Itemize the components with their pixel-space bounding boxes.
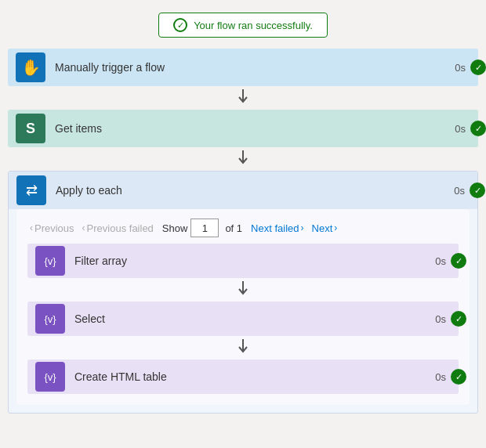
trigger-duration: 0s	[455, 62, 466, 74]
step-block-getitems[interactable]: S Get items 0s ✓	[8, 110, 478, 147]
next-failed-button[interactable]: Next failed ›	[248, 221, 306, 236]
next-label: Next	[312, 222, 333, 234]
html-label: Create HTML table	[74, 370, 435, 383]
select-label: Select	[74, 313, 435, 325]
success-icon: ✓	[173, 18, 187, 32]
step-row-getitems: S Get items 0s ✓	[8, 110, 478, 147]
prev-failed-chevron-icon: ‹	[82, 222, 85, 233]
prev-chevron-icon: ‹	[30, 222, 33, 233]
apply-icon: ⇄	[16, 175, 46, 205]
select-duration: 0s	[435, 313, 446, 325]
next-button[interactable]: Next ›	[310, 221, 340, 236]
filter-label: Filter array	[74, 255, 435, 267]
total-pages: 1	[237, 222, 242, 234]
trigger-label: Manually trigger a flow	[55, 61, 455, 74]
next-chevron-icon: ›	[334, 222, 337, 233]
next-failed-label: Next failed	[251, 222, 299, 234]
inner-step-block-filter[interactable]: {v} Filter array 0s ✓	[27, 244, 459, 278]
previous-label: Previous	[34, 222, 74, 234]
apply-container: ⇄ Apply to each 0s ✓ ‹ Previous ‹ Previo…	[8, 171, 478, 414]
select-check: ✓	[451, 311, 466, 327]
apply-header[interactable]: ⇄ Apply to each 0s ✓	[9, 172, 477, 209]
arrow-2	[236, 150, 250, 168]
arrow-4	[236, 339, 250, 356]
filter-duration: 0s	[435, 255, 446, 267]
step-row-trigger: ✋ Manually trigger a flow 0s ✓	[8, 49, 478, 86]
of-total: of 1	[225, 222, 242, 234]
inner-step-block-html[interactable]: {v} Create HTML table 0s ✓	[27, 359, 459, 394]
success-banner: ✓ Your flow ran successfully.	[158, 13, 328, 38]
next-failed-chevron-icon: ›	[301, 222, 304, 233]
previous-button[interactable]: ‹ Previous	[27, 221, 77, 236]
getitems-label: Get items	[55, 122, 455, 135]
previous-failed-button[interactable]: ‹ Previous failed	[80, 221, 156, 236]
pagination-bar: ‹ Previous ‹ Previous failed Show of 1 N…	[27, 215, 459, 244]
inner-step-row-filter: {v} Filter array 0s ✓	[27, 244, 459, 278]
apply-check: ✓	[470, 182, 485, 198]
step-block-trigger[interactable]: ✋ Manually trigger a flow 0s ✓	[8, 49, 478, 86]
trigger-icon: ✋	[16, 52, 45, 82]
trigger-check: ✓	[470, 60, 486, 75]
getitems-icon: S	[16, 114, 45, 143]
arrow-1	[236, 89, 250, 107]
inner-steps: {v} Filter array 0s ✓	[27, 244, 459, 394]
html-check: ✓	[451, 369, 466, 385]
filter-icon: {v}	[35, 246, 65, 276]
success-text: Your flow ran successfully.	[194, 20, 313, 31]
show-label: Show	[162, 222, 188, 234]
getitems-duration: 0s	[455, 123, 466, 135]
page-input[interactable]	[190, 219, 219, 237]
html-icon: {v}	[35, 362, 65, 392]
filter-check: ✓	[451, 253, 466, 269]
getitems-check: ✓	[470, 121, 486, 136]
arrow-3	[236, 281, 250, 298]
select-icon: {v}	[35, 304, 65, 334]
html-duration: 0s	[435, 371, 446, 383]
apply-label: Apply to each	[56, 184, 454, 197]
apply-inner: ‹ Previous ‹ Previous failed Show of 1 N…	[16, 209, 470, 405]
previous-failed-label: Previous failed	[87, 222, 154, 234]
flow-steps: ✋ Manually trigger a flow 0s ✓ S Get ite…	[8, 49, 478, 414]
inner-step-block-select[interactable]: {v} Select 0s ✓	[27, 302, 459, 336]
inner-step-row-html: {v} Create HTML table 0s ✓	[27, 359, 459, 394]
inner-step-row-select: {v} Select 0s ✓	[27, 302, 459, 336]
apply-duration: 0s	[454, 185, 465, 197]
